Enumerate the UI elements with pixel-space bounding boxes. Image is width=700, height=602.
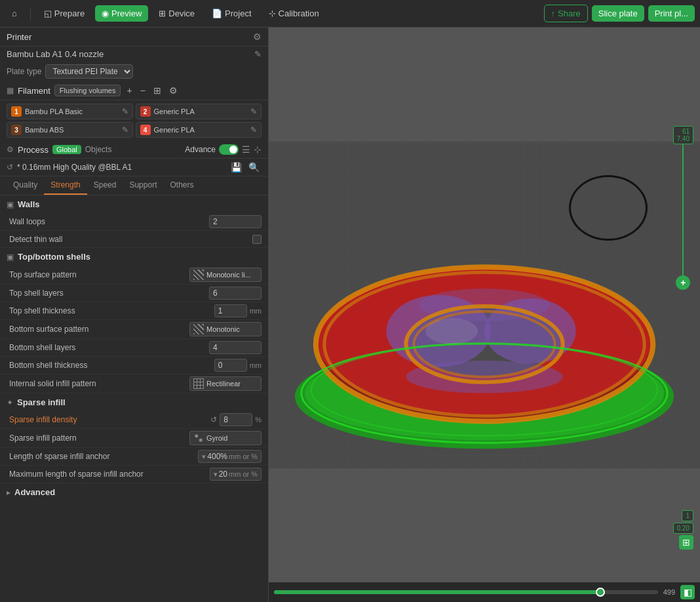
right-panel: 1 Color Scheme ▾ Line Type: [269, 28, 700, 602]
tab-others[interactable]: Others: [163, 176, 200, 195]
filament-name-1: Bambu PLA Basic: [25, 108, 119, 115]
printer-name: Bambu Lab A1 0.4 nozzle: [7, 49, 104, 59]
bottom-shell-layers-spinbox[interactable]: 4: [209, 341, 262, 354]
top-surface-pattern-control: Monotonic li...: [189, 268, 262, 282]
top-shell-thickness-label: Top shell thickness: [9, 306, 214, 315]
calibration-label: Calibration: [279, 9, 319, 18]
bottom-surface-pattern-label: Bottom surface pattern: [9, 325, 189, 334]
list-icon[interactable]: ☰: [242, 144, 250, 155]
sparse-infill-density-unit: %: [255, 416, 262, 424]
advance-label: Advance: [185, 145, 216, 154]
filament-edit-4[interactable]: ✎: [250, 125, 257, 134]
preview-label: Preview: [111, 9, 142, 18]
prepare-button[interactable]: ◱ Prepare: [37, 5, 91, 22]
sparse-infill-pattern-icon: [193, 433, 204, 443]
sparse-infill-density-input[interactable]: [220, 413, 252, 426]
calibration-button[interactable]: ⊹ Calibration: [262, 5, 326, 22]
filament-grid: 1 Bambu PLA Basic ✎ 2 Generic PLA ✎ 3 Ba…: [0, 100, 268, 141]
internal-solid-infill-icon: [193, 378, 204, 389]
filament-icon: ▦: [7, 86, 14, 95]
printer-gear-icon[interactable]: ⚙: [253, 31, 262, 42]
plate-type-select[interactable]: Textured PEI Plate: [45, 64, 133, 79]
sparse-infill-pattern-row: Sparse infill pattern Gyroid: [0, 429, 268, 448]
tab-support[interactable]: Support: [123, 176, 163, 195]
internal-solid-infill-control: Rectilinear: [189, 376, 262, 391]
badge-global[interactable]: Global: [52, 145, 81, 154]
badge-objects[interactable]: Objects: [85, 145, 112, 154]
tab-strength[interactable]: Strength: [44, 176, 87, 195]
top-shell-thickness-input[interactable]: [214, 304, 247, 317]
filament-gear-icon[interactable]: ⚙: [167, 85, 180, 96]
top-surface-pattern-icon: [193, 270, 204, 280]
topbar-sep-1: [30, 7, 31, 20]
sparse-infill-pattern-btn[interactable]: Gyroid: [189, 431, 262, 445]
filament-edit-2[interactable]: ✎: [250, 107, 257, 116]
detect-thin-wall-control: [252, 235, 262, 244]
3d-viewport[interactable]: [269, 28, 700, 582]
bottom-surface-pattern-row: Bottom surface pattern Monotonic: [0, 320, 268, 339]
topbottom-group-icon: ▣: [7, 252, 14, 262]
topbottom-group-header: ▣ Top/bottom shells: [0, 248, 268, 266]
print-button[interactable]: Print pl...: [648, 5, 695, 22]
flushing-volumes-button[interactable]: Flushing volumes: [54, 85, 121, 96]
filament-item-2[interactable]: 2 Generic PLA ✎: [136, 104, 262, 119]
top-shell-thickness-row: Top shell thickness mm: [0, 302, 268, 320]
length-anchor-input-wrap[interactable]: ▾ 400% mm or %: [198, 450, 262, 463]
preview-icon: ◉: [102, 9, 109, 18]
printer-name-row: Bambu Lab A1 0.4 nozzle ✎: [0, 47, 268, 62]
wall-loops-control: 2: [209, 215, 262, 228]
filament-item-1[interactable]: 1 Bambu PLA Basic ✎: [7, 104, 133, 119]
tab-quality[interactable]: Quality: [7, 176, 44, 195]
length-anchor-unit: mm or %: [229, 452, 258, 460]
filament-item-4[interactable]: 4 Generic PLA ✎: [136, 122, 262, 138]
printer-edit-icon[interactable]: ✎: [254, 49, 262, 59]
internal-solid-infill-btn[interactable]: Rectilinear: [189, 376, 262, 391]
device-button[interactable]: ⊞ Device: [152, 5, 201, 22]
remove-filament-button[interactable]: −: [138, 85, 147, 96]
top-surface-pattern-row: Top surface pattern Monotonic li...: [0, 266, 268, 285]
layer-stack-icon[interactable]: ⊞: [679, 535, 693, 550]
layer-values: 1 0.20 ⊞: [673, 510, 693, 550]
ruler-val-2: 7.40: [677, 135, 690, 142]
slider-thumb[interactable]: [596, 588, 605, 597]
share-button[interactable]: ↑ Share: [544, 5, 588, 22]
preview-button[interactable]: ◉ Preview: [95, 5, 148, 22]
slice-plate-button[interactable]: Slice plate: [592, 5, 644, 22]
nodes-icon[interactable]: ⊹: [254, 144, 262, 155]
ruler-val-1: 61: [682, 128, 690, 135]
bottom-surface-pattern-btn[interactable]: Monotonic: [189, 322, 262, 336]
layer-val-1: 1: [682, 510, 693, 521]
filament-copy-icon[interactable]: ⊞: [151, 85, 163, 96]
filament-edit-1[interactable]: ✎: [122, 107, 128, 116]
top-surface-pattern-btn[interactable]: Monotonic li...: [189, 268, 262, 282]
ruler-plus-btn[interactable]: +: [676, 275, 690, 290]
profile-search-icon[interactable]: 🔍: [246, 161, 262, 173]
filament-edit-3[interactable]: ✎: [122, 125, 128, 134]
device-icon: ⊞: [159, 9, 166, 18]
advance-toggle[interactable]: [219, 144, 239, 155]
add-filament-button[interactable]: +: [125, 85, 134, 96]
layers-icon[interactable]: ◧: [680, 585, 695, 599]
layer-slider[interactable]: [274, 590, 658, 594]
length-anchor-row: Length of sparse infill anchor ▾ 400% mm…: [0, 448, 268, 466]
filament-item-3[interactable]: 3 Bambu ABS ✎: [7, 122, 133, 138]
wall-loops-spinbox[interactable]: 2: [209, 215, 262, 228]
reset-icon[interactable]: ↺: [210, 415, 217, 424]
wall-loops-row: Wall loops 2: [0, 213, 268, 231]
bottom-shell-thickness-input[interactable]: [214, 359, 247, 372]
max-length-anchor-input-wrap[interactable]: ▾ 20 mm or %: [210, 468, 262, 481]
top-shell-layers-spinbox[interactable]: 6: [209, 287, 262, 300]
home-icon: ⌂: [12, 9, 17, 18]
prepare-label: Prepare: [54, 9, 85, 18]
project-button[interactable]: 📄 Project: [205, 5, 258, 22]
profile-save-icon[interactable]: 💾: [229, 161, 244, 173]
detect-thin-wall-checkbox[interactable]: [252, 235, 262, 244]
home-button[interactable]: ⌂: [5, 5, 24, 22]
process-icon: ⚙: [7, 145, 14, 154]
advance-row: Advance ☰ ⊹: [185, 144, 262, 155]
advanced-group-header[interactable]: ▸ Advanced: [0, 483, 268, 501]
top-shell-thickness-unit: mm: [250, 307, 262, 315]
walls-group-icon: ▣: [7, 200, 14, 209]
sparse-infill-pattern-label: Sparse infill pattern: [9, 433, 189, 443]
tab-speed[interactable]: Speed: [87, 176, 123, 195]
